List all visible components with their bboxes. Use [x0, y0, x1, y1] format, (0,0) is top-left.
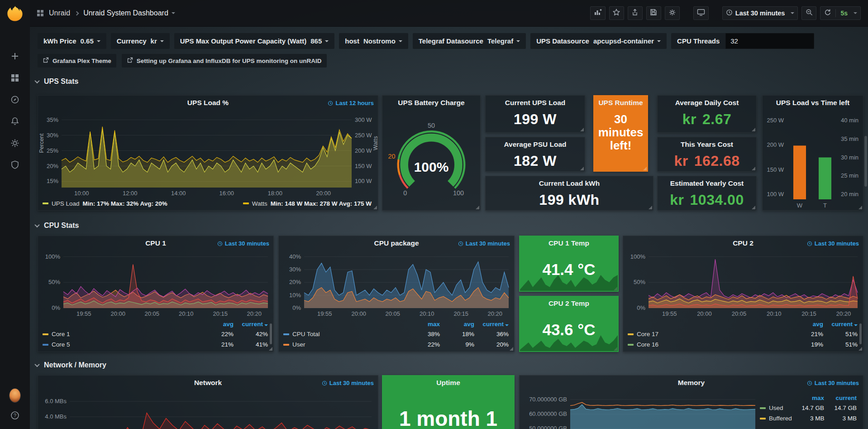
panel-title[interactable]: Uptime — [436, 379, 460, 387]
series-name[interactable]: Core 16 — [628, 341, 789, 348]
series-name[interactable]: User — [283, 341, 405, 348]
panel-title[interactable]: Average PSU Load — [504, 140, 566, 149]
page-scrollbar-thumb[interactable] — [864, 136, 867, 187]
cpu2-chart[interactable]: 0%50%100%19:5520:0020:0520:1020:1520:20 — [623, 251, 863, 319]
legend-col-avg[interactable]: avg — [199, 321, 234, 328]
panel-time-override[interactable]: Last 30 minutes — [807, 240, 859, 247]
legend-col-current[interactable]: current — [474, 321, 509, 328]
variable-currency[interactable]: Currency kr — [111, 33, 170, 49]
refresh-interval-label[interactable]: 5s — [840, 10, 848, 17]
panel-title[interactable]: Average Daily Cost — [675, 99, 739, 107]
legend-scrollbar[interactable] — [859, 323, 862, 344]
variable-value[interactable]: apcupsd-container — [593, 37, 661, 45]
legend-col-max[interactable]: max — [792, 395, 824, 401]
svg-text:30%: 30% — [289, 266, 301, 273]
legend-col-current[interactable]: current — [824, 395, 857, 401]
add-panel-button[interactable] — [590, 6, 606, 20]
cpu-package-chart[interactable]: 0%10%20%30%40%19:5520:0020:0520:1020:152… — [279, 251, 514, 319]
battery-gauge[interactable]: 0 20 50 100 100% — [382, 110, 480, 210]
breadcrumb-page-title[interactable]: Unraid System Dashboard — [83, 9, 168, 17]
panel-title[interactable]: Estimated Yearly Cost — [670, 179, 744, 188]
legend-col-avg[interactable]: avg — [440, 321, 474, 328]
panel-title[interactable]: UPS Load % — [187, 99, 229, 107]
series-name[interactable]: Core 1 — [43, 331, 199, 337]
section-cpu-stats[interactable]: CPU Stats — [35, 222, 79, 230]
dashboard-title-caret-icon[interactable] — [172, 12, 175, 14]
star-button[interactable] — [609, 6, 624, 20]
sidebar-item-explore[interactable] — [10, 95, 20, 106]
series-name[interactable]: Used — [760, 405, 792, 411]
variable-telegraf-datasource[interactable]: Telegraf Datasource Telegraf — [413, 33, 526, 49]
panel-title[interactable]: Network — [194, 379, 222, 387]
panel-title[interactable]: Current Load kWh — [539, 179, 600, 188]
variable-ups-datasource[interactable]: UPS Datasource apcupsd-container — [530, 33, 667, 49]
sidebar-item-help[interactable]: ? — [10, 411, 20, 422]
sidebar-item-dashboards[interactable] — [10, 73, 20, 84]
panel-title[interactable]: Current UPS Load — [505, 99, 565, 107]
sidebar-item-configuration[interactable] — [10, 139, 20, 149]
legend-value: 36% — [474, 331, 509, 337]
variable-value[interactable]: Nostromo — [363, 37, 402, 45]
memory-chart[interactable]: 50.000000 GB60.000000 GB70.000000 GB — [520, 390, 760, 429]
variable-value[interactable]: Telegraf — [487, 37, 520, 45]
link-ups-monitoring-guide[interactable]: Setting up Grafana and InfluxDB for UPS … — [122, 54, 327, 67]
breadcrumb-root[interactable]: Unraid — [49, 9, 70, 17]
panel-title[interactable]: This Years Cost — [681, 140, 733, 149]
kiosk-mode-button[interactable] — [693, 6, 709, 20]
share-button[interactable] — [628, 6, 643, 20]
section-ups-stats[interactable]: UPS Stats — [35, 77, 78, 86]
zoom-out-button[interactable] — [801, 6, 816, 20]
dashboard-settings-button[interactable] — [665, 6, 680, 20]
legend-item[interactable]: Watts Min: 148 W Max: 278 W Avg: 175 W — [243, 200, 372, 207]
series-name[interactable]: Buffered — [760, 415, 792, 422]
series-name[interactable]: CPU Total — [283, 331, 405, 337]
variable-value[interactable]: 865 — [310, 37, 329, 45]
legend-col-current[interactable]: current — [234, 321, 268, 328]
link-grafana-plex-theme[interactable]: Grafana Plex Theme — [38, 54, 116, 67]
variable-kwh-price[interactable]: kWh Price 0.65 — [38, 33, 106, 49]
series-name[interactable]: Watts — [252, 200, 267, 207]
legend-col-max[interactable]: max — [405, 321, 440, 328]
panel-time-override[interactable]: Last 12 hours — [328, 100, 374, 106]
grafana-logo-icon[interactable] — [5, 4, 24, 23]
panel-title[interactable]: CPU 1 — [145, 239, 166, 247]
section-network-memory[interactable]: Network / Memory — [35, 361, 106, 369]
series-name[interactable]: UPS Load — [52, 200, 80, 207]
cpu1-chart[interactable]: 0%50%100%19:5520:0020:0520:1020:1520:20 — [38, 251, 273, 319]
legend-col-current[interactable]: current — [823, 321, 858, 328]
panel-title[interactable]: CPU package — [374, 239, 419, 247]
series-name[interactable]: Core 17 — [628, 331, 789, 337]
refresh-button[interactable]: 5s — [820, 6, 861, 20]
user-avatar[interactable] — [10, 390, 20, 401]
series-name[interactable]: Core 5 — [43, 341, 199, 348]
variable-ups-max-output[interactable]: UPS Max Output Power Capacity (Watt) 865 — [174, 33, 335, 49]
panel-time-override[interactable]: Last 30 minutes — [217, 240, 269, 247]
time-range-picker[interactable]: Last 30 minutes — [722, 6, 798, 20]
legend-col-avg[interactable]: avg — [789, 321, 823, 328]
panel-title[interactable]: CPU 1 Temp — [548, 239, 589, 247]
panel-time-override[interactable]: Last 30 minutes — [322, 380, 374, 386]
cpu-threads-input[interactable] — [725, 33, 814, 49]
variable-value[interactable]: 0.65 — [81, 37, 100, 45]
sidebar-item-create[interactable] — [10, 52, 20, 63]
variable-host[interactable]: host Nostromo — [339, 33, 408, 49]
legend-item[interactable]: UPS Load Min: 17% Max: 32% Avg: 20% — [43, 200, 167, 207]
save-button[interactable] — [646, 6, 661, 20]
panel-title[interactable]: UPS Runtime — [598, 99, 643, 107]
panel-title[interactable]: Memory — [678, 379, 705, 387]
panel-time-override[interactable]: Last 30 minutes — [807, 380, 859, 386]
svg-text:30%: 30% — [47, 132, 58, 139]
variable-value[interactable]: kr — [151, 37, 164, 45]
sidebar-item-server-admin[interactable] — [10, 160, 20, 171]
network-chart[interactable]: 2.0 MBs4.0 MBs6.0 MBs — [38, 390, 378, 429]
legend-scrollbar[interactable] — [270, 323, 272, 344]
load-vs-time-chart[interactable]: 100 W150 W200 W250 W20 min25 min30 min35… — [763, 110, 863, 210]
panel-title[interactable]: UPS Battery Charge — [398, 99, 464, 107]
sidebar-item-alerting[interactable] — [10, 117, 20, 128]
panel-title[interactable]: UPS Load vs Time left — [776, 99, 850, 107]
panel-time-override[interactable]: Last 30 minutes — [458, 240, 510, 247]
ups-load-chart[interactable]: 15%20%25%30%35%100 W150 W200 W250 W300 W… — [38, 110, 378, 198]
panel-title[interactable]: CPU 2 Temp — [548, 299, 589, 308]
refresh-interval-caret-icon[interactable] — [854, 12, 857, 14]
panel-title[interactable]: CPU 2 — [733, 239, 754, 247]
